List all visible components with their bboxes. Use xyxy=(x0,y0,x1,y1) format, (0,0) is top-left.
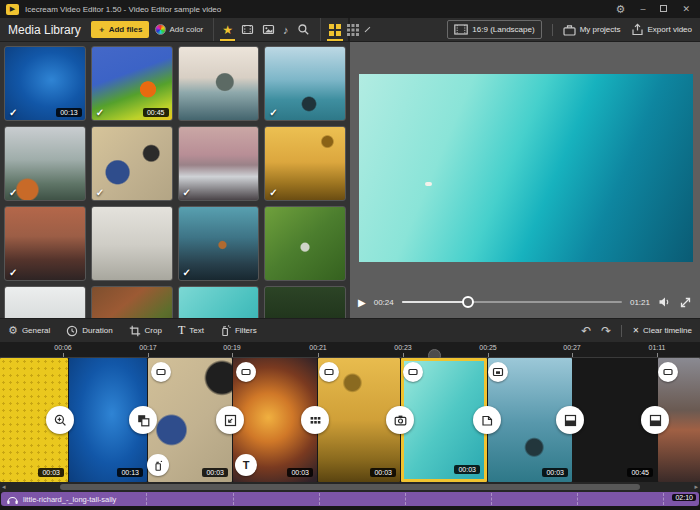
view-small-grid-button[interactable] xyxy=(347,18,359,41)
add-files-button[interactable]: ＋ Add files xyxy=(91,21,150,38)
media-item-bagan-balloons[interactable]: ✓ xyxy=(264,126,346,201)
ruler-tick-label: 00:27 xyxy=(563,344,581,351)
window-title: Icecream Video Editor 1.50 - Video Edito… xyxy=(25,5,616,14)
media-item-parrot[interactable]: ✓ 00:45 xyxy=(91,46,173,121)
transition-wipe-icon[interactable] xyxy=(641,406,669,434)
frame-icon[interactable] xyxy=(658,362,678,382)
media-grid: ✓ 00:13 ✓ 00:45 ✓ ✓ ✓ ✓ ✓ xyxy=(4,46,346,318)
check-icon: ✓ xyxy=(9,187,17,198)
aspect-ratio-button[interactable]: 16:9 (Landscape) xyxy=(447,20,541,39)
add-color-button[interactable]: Add color xyxy=(155,24,203,35)
media-item-snow-mountains[interactable] xyxy=(4,286,86,318)
clip-duration-badge: 00:03 xyxy=(454,465,480,474)
maximize-button[interactable] xyxy=(660,4,667,14)
media-item-travel-map[interactable]: ✓ xyxy=(91,126,173,201)
preview-panel: ▶ 00:24 01:21 xyxy=(350,42,700,318)
transition-corner-icon[interactable] xyxy=(216,406,244,434)
media-item-autumn-forest[interactable] xyxy=(91,286,173,318)
media-item-desert-road[interactable]: ✓ xyxy=(4,206,86,281)
view-large-grid-button[interactable] xyxy=(329,18,341,41)
frame-icon[interactable] xyxy=(236,362,256,382)
my-projects-button[interactable]: My projects xyxy=(563,24,621,36)
clock-icon xyxy=(66,325,78,337)
crop-icon xyxy=(129,325,141,337)
check-icon: ✓ xyxy=(96,107,104,118)
undo-icon[interactable]: ↶ xyxy=(581,324,591,338)
minimize-button[interactable]: – xyxy=(640,4,645,14)
ruler-tick-label: 00:17 xyxy=(139,344,157,351)
search-icon xyxy=(297,23,310,36)
media-item-dark-forest[interactable] xyxy=(264,286,346,318)
frame-in-frame-icon[interactable] xyxy=(488,362,508,382)
ruler-tick-label: 00:21 xyxy=(309,344,327,351)
total-time: 01:21 xyxy=(630,298,650,307)
seek-knob[interactable] xyxy=(462,296,474,308)
check-icon: ✓ xyxy=(183,267,191,278)
scrollbar-thumb[interactable] xyxy=(60,484,640,490)
transition-mosaic-icon[interactable] xyxy=(301,406,329,434)
media-item-teal-water[interactable] xyxy=(178,286,260,318)
clip-duration-badge: 00:03 xyxy=(38,468,64,477)
duration-tool-button[interactable]: Duration xyxy=(66,325,112,337)
filter-spray-icon[interactable] xyxy=(147,454,169,476)
large-grid-icon xyxy=(329,24,341,36)
media-item-coast-bay[interactable] xyxy=(178,46,260,121)
play-button[interactable]: ▶ xyxy=(358,297,366,308)
clear-timeline-button[interactable]: ✕ Clear timeline xyxy=(632,326,692,335)
settings-gear-icon[interactable]: ⚙ xyxy=(616,3,626,16)
tab-images[interactable] xyxy=(262,18,275,41)
text-T-icon: T xyxy=(178,323,185,338)
plus-icon: ＋ xyxy=(98,24,106,35)
tab-audio[interactable]: ♪ xyxy=(283,18,289,41)
current-time: 00:24 xyxy=(374,298,394,307)
close-x-icon: ✕ xyxy=(632,326,639,335)
check-icon: ✓ xyxy=(269,187,277,198)
clip-tools-bar: ⚙ General Duration Crop T Text Filters ↶… xyxy=(0,318,700,342)
media-item-santorini[interactable] xyxy=(91,206,173,281)
filters-spray-icon xyxy=(220,324,231,337)
media-item-safari-jeep[interactable]: ✓ xyxy=(178,126,260,201)
close-button[interactable]: ✕ xyxy=(682,4,690,14)
scroll-right-arrow-icon[interactable]: ▸ xyxy=(694,482,698,492)
tab-videos[interactable] xyxy=(241,18,254,41)
volume-icon[interactable] xyxy=(658,296,671,308)
briefcase-icon xyxy=(563,24,576,36)
frame-icon[interactable] xyxy=(403,362,423,382)
transition-camera-icon[interactable] xyxy=(386,406,414,434)
star-icon: ★ xyxy=(222,23,233,37)
transition-flip-icon[interactable] xyxy=(473,406,501,434)
media-item-winding-road[interactable] xyxy=(264,206,346,281)
scroll-left-arrow-icon[interactable]: ◂ xyxy=(2,482,6,492)
search-button[interactable] xyxy=(297,18,310,41)
redo-icon[interactable]: ↷ xyxy=(601,324,611,338)
crop-tool-button[interactable]: Crop xyxy=(129,325,162,337)
fullscreen-icon[interactable] xyxy=(679,296,692,309)
app-icon: ▶ xyxy=(6,4,19,15)
media-item-infinity-pool[interactable]: ✓ xyxy=(264,46,346,121)
frame-icon[interactable] xyxy=(319,362,339,382)
text-T-icon[interactable]: T xyxy=(235,454,257,476)
media-item-rocky-shore[interactable]: ✓ xyxy=(178,206,260,281)
export-video-button[interactable]: Export video xyxy=(631,23,692,36)
timeline-scrollbar[interactable]: ◂ ▸ xyxy=(0,482,700,492)
tab-favorites[interactable]: ★ xyxy=(222,18,233,41)
transition-fade-icon[interactable] xyxy=(129,406,157,434)
transition-zoom-icon[interactable] xyxy=(46,406,74,434)
general-tool-button[interactable]: ⚙ General xyxy=(8,324,50,337)
clip-duration-badge: 00:13 xyxy=(117,468,143,477)
filters-tool-button[interactable]: Filters xyxy=(220,324,257,337)
check-icon: ✓ xyxy=(269,107,277,118)
titlebar: ▶ Icecream Video Editor 1.50 - Video Edi… xyxy=(0,0,700,18)
media-item-mountain-hiker[interactable]: ✓ xyxy=(4,126,86,201)
export-icon xyxy=(631,23,644,36)
media-item-windows-desktop[interactable]: ✓ 00:13 xyxy=(4,46,86,121)
clip-duration-badge: 00:03 xyxy=(202,468,228,477)
check-icon: ✓ xyxy=(9,107,17,118)
clip-duration-badge: 00:45 xyxy=(627,468,653,477)
text-tool-button[interactable]: T Text xyxy=(178,323,204,338)
seek-slider[interactable] xyxy=(402,296,622,308)
frame-icon[interactable] xyxy=(151,362,171,382)
transition-wipe-icon[interactable] xyxy=(556,406,584,434)
audio-track[interactable]: little-richard_-_long-tall-sally 02:10 xyxy=(1,492,699,506)
timeline-ruler[interactable]: 00:06 00:17 00:19 00:21 00:23 00:25 00:2… xyxy=(0,342,700,358)
